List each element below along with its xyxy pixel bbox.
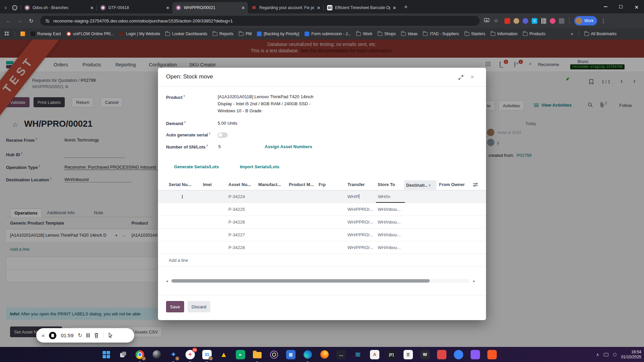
- app-f-icon[interactable]: [F]: [385, 348, 398, 361]
- transfer-cell[interactable]: WH/P: [347, 194, 359, 199]
- address-bar[interactable]: reconome-staging-23754705.dev.odoo.com/o…: [40, 16, 480, 26]
- store-to-edit-cell[interactable]: WH/In: [376, 190, 405, 203]
- bookmark-folder[interactable]: Products: [523, 32, 545, 36]
- transfer-cell[interactable]: WH/PPRO/...: [347, 232, 373, 237]
- asset-number-cell[interactable]: P-34224: [228, 194, 245, 199]
- app-star-icon[interactable]: ✦: [167, 348, 180, 361]
- tab-odoo-branches[interactable]: Odoo.sh - Branches: [21, 2, 97, 13]
- col-asset-number[interactable]: Asset Nu...: [228, 182, 251, 187]
- asset-number-cell[interactable]: P-34226: [228, 220, 245, 225]
- bookmark-folder[interactable]: Starters: [465, 32, 485, 36]
- bookmark-folder[interactable]: ITAD - Suppliers: [423, 32, 459, 36]
- cursor-tool-icon[interactable]: [108, 333, 113, 338]
- serial-row-5[interactable]: P-34228 WH/PPRO/... WH/Inbou...: [158, 241, 486, 254]
- taskbar-clock[interactable]: 16:54 01/10/2025: [621, 350, 641, 360]
- col-destination[interactable]: Destinati.. ∨: [404, 180, 436, 190]
- menu-kebab-icon[interactable]: ⋮: [598, 16, 608, 26]
- extension-red-icon[interactable]: [504, 18, 510, 24]
- auto-generate-serial-toggle[interactable]: [218, 132, 228, 138]
- asset-number-cell[interactable]: P-34225: [228, 207, 245, 212]
- extension-pink-icon[interactable]: [550, 18, 555, 24]
- bookmark-item[interactable]: [Backlog by Priority]: [257, 32, 299, 36]
- bookmark-folder[interactable]: Information: [491, 32, 518, 36]
- scroll-left-icon[interactable]: ◂: [166, 279, 168, 283]
- bookmark-folder[interactable]: PM: [239, 32, 252, 36]
- calendar-icon[interactable]: 31: [201, 348, 213, 361]
- tab-close-icon[interactable]: [317, 6, 320, 9]
- tab-wh-ppro-00021[interactable]: WH/PPRO/00021: [172, 2, 248, 13]
- import-serials-lots-link[interactable]: Import Serials/Lots: [240, 164, 279, 169]
- tab-search-icon[interactable]: ∨: [0, 2, 11, 13]
- transfer-cell[interactable]: WH/PPRO/...: [347, 220, 373, 225]
- bookmark-item[interactable]: Form submission - J...: [305, 32, 351, 36]
- reload-icon[interactable]: ↻: [26, 16, 36, 26]
- app-a-icon[interactable]: A: [368, 348, 381, 361]
- col-from-owner[interactable]: From Owner: [439, 182, 465, 187]
- search-icon[interactable]: [117, 348, 129, 361]
- horizontal-scrollbar[interactable]: [171, 279, 470, 283]
- network-icon[interactable]: [613, 353, 616, 356]
- extensions-puzzle-icon[interactable]: [559, 18, 565, 24]
- optional-columns-icon[interactable]: [473, 182, 478, 187]
- bookmark-item[interactable]: Runway East: [31, 32, 61, 36]
- tab-gtf-00418[interactable]: GTF-00418: [97, 2, 172, 13]
- col-imei[interactable]: Imei: [203, 182, 212, 187]
- extension-qr-icon[interactable]: [541, 18, 546, 24]
- col-store-to[interactable]: Store To: [378, 182, 395, 187]
- battery-icon[interactable]: [604, 353, 608, 356]
- asset-number-cell[interactable]: P-34228: [228, 245, 245, 250]
- tab-close-icon[interactable]: [90, 6, 93, 9]
- bookmarks-overflow-icon[interactable]: »: [571, 32, 573, 36]
- generate-serials-lots-link[interactable]: Generate Serials/Lots: [174, 164, 219, 169]
- col-manufacturer[interactable]: Manufact...: [258, 182, 281, 187]
- bookmark-item[interactable]: Login | My Website: [119, 32, 160, 36]
- app-w-icon[interactable]: W: [419, 348, 431, 361]
- app-blue-icon[interactable]: [452, 348, 465, 361]
- store-to-cell[interactable]: WH/Inbou...: [378, 207, 401, 212]
- forward-icon[interactable]: →: [15, 16, 25, 26]
- transfer-cell[interactable]: WH/PPRO/...: [347, 245, 373, 250]
- text-cursor-icon[interactable]: I: [181, 194, 183, 200]
- edge-icon[interactable]: [301, 348, 314, 361]
- bookmark-folder[interactable]: Reports: [213, 32, 233, 36]
- store-to-cell[interactable]: WH/Inbou...: [378, 245, 401, 250]
- asset-number-cell[interactable]: P-34227: [228, 232, 245, 237]
- store-to-cell[interactable]: WH/Inbou...: [378, 232, 401, 237]
- app-sphere-icon[interactable]: [150, 348, 163, 361]
- chrome-icon[interactable]: [133, 348, 146, 361]
- app-orange-icon[interactable]: [486, 348, 498, 361]
- tab-close-icon[interactable]: [241, 6, 245, 9]
- col-transfer[interactable]: Transfer: [347, 182, 365, 187]
- file-explorer-icon[interactable]: [251, 348, 264, 361]
- calculator-icon[interactable]: ▦: [284, 348, 297, 361]
- chat-app-icon[interactable]: …: [335, 348, 347, 361]
- bookmark-folder[interactable]: Shops: [378, 32, 396, 36]
- serial-row-3[interactable]: P-34226 WH/PPRO/... WH/Inbou...: [158, 216, 486, 229]
- new-tab-button[interactable]: +: [401, 2, 411, 12]
- col-serial-number[interactable]: Serial Nu...: [169, 182, 191, 187]
- col-product-model[interactable]: Product M...: [289, 182, 314, 187]
- loom-icon[interactable]: [268, 348, 280, 361]
- scrollbar-thumb[interactable]: [171, 279, 430, 283]
- extension-monkey-icon[interactable]: [514, 18, 519, 24]
- app-red-icon[interactable]: [435, 348, 448, 361]
- pause-recording-icon[interactable]: [87, 333, 90, 338]
- scroll-right-icon[interactable]: ▸: [473, 279, 475, 283]
- dialog-close-icon[interactable]: [471, 75, 477, 81]
- extension-snowflake-icon[interactable]: [523, 18, 528, 24]
- site-info-icon[interactable]: [45, 18, 50, 23]
- profile-chip[interactable]: Work: [574, 16, 597, 25]
- modal-add-a-line-link[interactable]: Add a line: [169, 258, 188, 263]
- save-button[interactable]: Save: [166, 301, 184, 312]
- bookmark-item[interactable]: uniFLOW Online PRI...: [66, 32, 114, 36]
- serial-row-2[interactable]: P-34225 WH/PPRO/... WH/Inbou...: [158, 203, 486, 216]
- notes-app-icon[interactable]: ≣: [402, 348, 415, 361]
- maximize-button[interactable]: [613, 0, 629, 13]
- back-icon[interactable]: ←: [3, 16, 13, 26]
- bookmark-folder[interactable]: Work: [356, 32, 372, 36]
- extension-vimeo-icon[interactable]: V: [532, 18, 537, 24]
- restart-recording-icon[interactable]: ↻: [78, 332, 82, 339]
- google-drive-icon[interactable]: ▲: [217, 348, 230, 361]
- firefox-icon[interactable]: [318, 348, 331, 361]
- bookmark-folder[interactable]: Ideas: [401, 32, 418, 36]
